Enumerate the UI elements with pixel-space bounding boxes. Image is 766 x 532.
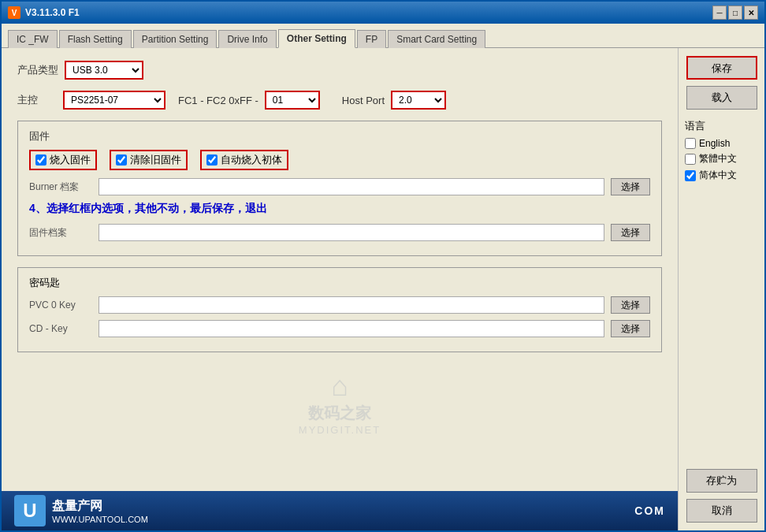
product-type-label: 产品类型 [17, 63, 58, 77]
cd-key-row: CD - Key 选择 [29, 320, 650, 337]
burner-file-label: Burner 档案 [29, 180, 92, 194]
main-panel: 产品类型 USB 3.0 USB 2.0 主控 PS2251-07 PS2251… [2, 48, 678, 530]
content-area: 产品类型 USB 3.0 USB 2.0 主控 PS2251-07 PS2251… [2, 48, 764, 530]
burner-file-input[interactable] [99, 178, 604, 195]
com-text: COM [634, 504, 665, 517]
fc-label: FC1 - FC2 0xFF - [178, 95, 258, 106]
watermark-text1: 数码之家 [299, 403, 381, 424]
bottom-bar: U 盘量产网 WWW.UPANTOOL.COM COM [2, 491, 678, 530]
cancel-button[interactable]: 取消 [686, 499, 757, 523]
product-type-select[interactable]: USB 3.0 USB 2.0 [65, 61, 143, 80]
language-section: 语言 English 繁體中文 简体中文 [685, 119, 758, 185]
maximize-button[interactable]: □ [728, 6, 742, 20]
instruction-text: 4、选择红框内选项，其他不动，最后保存，退出 [29, 202, 650, 216]
form-area: 产品类型 USB 3.0 USB 2.0 主控 PS2251-07 PS2251… [2, 48, 678, 491]
controller-select[interactable]: PS2251-07 PS2251-06 [63, 91, 165, 110]
cd-select-button[interactable]: 选择 [611, 320, 650, 337]
watermark: ⌂ 数码之家 MYDIGIT.NET [299, 370, 381, 436]
firmware-checkboxes: 烧入固件 清除旧固件 自动烧入初体 [29, 150, 650, 170]
window-controls: ─ □ ✕ [712, 6, 758, 20]
lang-traditional-checkbox[interactable] [685, 154, 696, 165]
brand-name: 盘量产网 [52, 498, 148, 515]
host-port-label: Host Port [342, 95, 385, 106]
load-button[interactable]: 载入 [686, 86, 757, 110]
host-port-select[interactable]: 2.0 3.0 [391, 91, 446, 110]
tab-other-setting[interactable]: Other Setting [278, 29, 355, 48]
tab-partition-setting[interactable]: Partition Setting [133, 30, 218, 48]
language-title: 语言 [685, 119, 758, 133]
fc-select[interactable]: 01 02 [265, 91, 320, 110]
clear-old-label: 清除旧固件 [130, 153, 181, 167]
save-button[interactable]: 保存 [686, 56, 757, 80]
lang-english-label: English [699, 138, 730, 149]
firmware-section-title: 固件 [29, 129, 650, 143]
close-button[interactable]: ✕ [744, 6, 758, 20]
clear-old-item[interactable]: 清除旧固件 [110, 150, 188, 170]
burn-firmware-item[interactable]: 烧入固件 [29, 150, 97, 170]
brand-url: WWW.UPANTOOL.COM [52, 515, 148, 524]
bottom-logo: U 盘量产网 WWW.UPANTOOL.COM [14, 495, 148, 526]
lang-simplified-item[interactable]: 简体中文 [685, 169, 758, 182]
clear-old-checkbox[interactable] [116, 154, 127, 166]
auto-burn-checkbox[interactable] [206, 154, 218, 166]
key-section: 密码匙 PVC 0 Key 选择 CD - Key 选择 [17, 267, 662, 352]
auto-burn-label: 自动烧入初体 [221, 153, 282, 167]
window-title: V3.11.3.0 F1 [25, 7, 712, 18]
controller-label: 主控 [17, 93, 57, 107]
lang-traditional-item[interactable]: 繁體中文 [685, 152, 758, 166]
save-as-button[interactable]: 存贮为 [686, 469, 757, 493]
firmware-select-button[interactable]: 选择 [611, 224, 650, 241]
controller-row: 主控 PS2251-07 PS2251-06 FC1 - FC2 0xFF - … [17, 91, 662, 110]
lang-simplified-label: 简体中文 [699, 169, 737, 182]
tab-fp[interactable]: FP [357, 30, 386, 48]
firmware-section: 固件 烧入固件 清除旧固件 自动烧入初体 [17, 121, 662, 256]
lang-english-checkbox[interactable] [685, 138, 696, 149]
burner-file-row: Burner 档案 选择 [29, 178, 650, 195]
pvc-key-input[interactable] [99, 296, 604, 314]
burn-firmware-checkbox[interactable] [35, 154, 46, 166]
tab-drive-info[interactable]: Drive Info [218, 30, 276, 48]
lang-simplified-checkbox[interactable] [685, 170, 696, 181]
pvc-key-row: PVC 0 Key 选择 [29, 296, 650, 314]
burner-select-button[interactable]: 选择 [611, 178, 650, 195]
pvc-key-label: PVC 0 Key [29, 299, 92, 311]
product-type-row: 产品类型 USB 3.0 USB 2.0 [17, 61, 662, 80]
firmware-file-input[interactable] [99, 224, 604, 241]
lang-english-item[interactable]: English [685, 138, 758, 149]
tab-smart-card[interactable]: Smart Card Setting [388, 30, 485, 48]
auto-burn-item[interactable]: 自动烧入初体 [200, 150, 288, 170]
burn-firmware-label: 烧入固件 [50, 153, 91, 167]
minimize-button[interactable]: ─ [712, 6, 727, 20]
main-window: V V3.11.3.0 F1 ─ □ ✕ IC _FW Flash Settin… [0, 0, 766, 532]
app-icon: V [8, 6, 20, 19]
tab-bar: IC _FW Flash Setting Partition Setting D… [2, 24, 764, 48]
key-section-title: 密码匙 [29, 276, 650, 290]
firmware-file-row: 固件档案 选择 [29, 224, 650, 241]
title-bar: V V3.11.3.0 F1 ─ □ ✕ [2, 2, 764, 24]
tab-flash-setting[interactable]: Flash Setting [59, 30, 132, 48]
watermark-text2: MYDIGIT.NET [299, 424, 381, 436]
firmware-file-label: 固件档案 [29, 226, 92, 240]
tab-ic-fw[interactable]: IC _FW [8, 30, 58, 48]
u-logo-icon: U [14, 495, 46, 526]
lang-traditional-label: 繁體中文 [699, 152, 737, 166]
pvc-select-button[interactable]: 选择 [611, 296, 650, 314]
watermark-area: ⌂ 数码之家 MYDIGIT.NET [17, 363, 662, 442]
right-panel: 保存 载入 语言 English 繁體中文 简体中文 存贮为 取消 [678, 48, 764, 530]
cd-key-input[interactable] [99, 320, 604, 337]
watermark-icon: ⌂ [299, 370, 381, 403]
cd-key-label: CD - Key [29, 323, 92, 334]
